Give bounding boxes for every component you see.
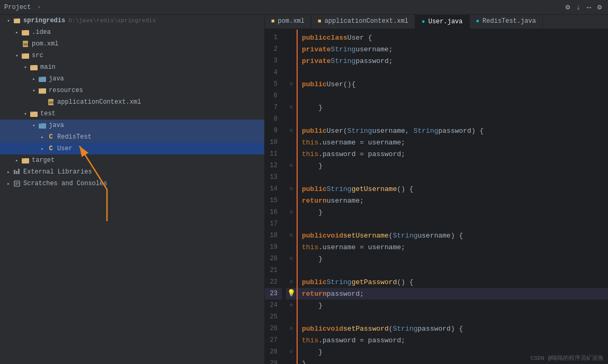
tree-item-java-main[interactable]: java	[0, 73, 264, 85]
tab-user[interactable]: ● User.java	[415, 15, 469, 29]
src-label: src	[32, 52, 43, 59]
arrow-main	[21, 63, 30, 71]
user-icon: C	[47, 144, 55, 153]
resources-label: resources	[49, 87, 83, 94]
svg-rect-19	[39, 123, 41, 124]
svg-rect-21	[22, 158, 24, 159]
tab-appctx-label: applicationContext.xml	[325, 17, 408, 25]
project-tree: springredis D:\java\redis\springredis .i…	[0, 15, 264, 364]
tree-item-redistest[interactable]: C RedisTest	[0, 131, 264, 143]
pom-tab-icon: ■	[271, 18, 275, 24]
arrow-ext-libs	[4, 168, 13, 176]
toolbar-title: Project	[4, 4, 31, 11]
target-folder-icon	[21, 156, 30, 165]
editor-area: ■ pom.xml ■ applicationContext.xml ● Use…	[265, 15, 608, 364]
tree-item-scratches[interactable]: Scratches and Consoles	[0, 178, 264, 189]
tab-redistest[interactable]: ● RedisTest.java	[470, 15, 543, 29]
pom-icon: XML	[21, 40, 30, 48]
main-label: main	[40, 63, 56, 71]
line-numbers: 1234567891011121314151617181920212223242…	[265, 30, 286, 364]
main-folder-icon	[30, 63, 38, 71]
tree-item-pom[interactable]: XML pom.xml	[0, 38, 264, 50]
settings-icon[interactable]: ⚙	[595, 3, 604, 12]
tab-appctx[interactable]: ■ applicationContext.xml	[311, 15, 415, 29]
idea-folder-icon	[21, 28, 30, 37]
arrow-java-main	[30, 75, 38, 83]
java-main-folder-icon	[38, 75, 47, 83]
arrow-resources	[30, 86, 38, 95]
pom-label: pom.xml	[32, 40, 58, 48]
redistest-label: RedisTest	[57, 133, 92, 141]
sync-icon[interactable]: ⚙	[564, 3, 572, 12]
svg-rect-9	[30, 65, 33, 66]
toolbar: Project ▾ ⚙ ↓ ↔ ⚙	[0, 0, 608, 15]
tree-item-ext-libs[interactable]: External Libraries	[0, 166, 264, 178]
tree-item-main[interactable]: main	[0, 61, 264, 73]
main-layout: springredis D:\java\redis\springredis .i…	[0, 15, 608, 364]
test-folder-icon	[30, 110, 38, 118]
ext-libs-label: External Libraries	[23, 168, 92, 176]
arrow-target	[13, 156, 21, 165]
target-label: target	[32, 157, 55, 164]
springredis-label: springredis	[23, 17, 65, 24]
java-test-folder-icon	[38, 121, 47, 130]
tree-item-springredis[interactable]: springredis D:\java\redis\springredis	[0, 15, 264, 26]
collapse-icon[interactable]: ↓	[574, 3, 583, 12]
scratches-label: Scratches and Consoles	[23, 180, 107, 187]
arrow-idea	[13, 28, 21, 37]
svg-rect-1	[14, 19, 16, 20]
tree-item-test[interactable]: test	[0, 108, 264, 120]
arrow-appctx	[38, 98, 47, 106]
resources-folder-icon	[38, 86, 47, 95]
code-editor[interactable]: 1234567891011121314151617181920212223242…	[265, 30, 608, 364]
tree-item-user[interactable]: C User	[0, 143, 264, 154]
arrow-redistest	[38, 133, 47, 141]
redistest-tab-icon: ●	[476, 18, 480, 24]
tree-item-resources[interactable]: resources	[0, 85, 264, 96]
src-folder-icon	[21, 51, 30, 60]
sidebar: springredis D:\java\redis\springredis .i…	[0, 15, 265, 364]
watermark: CSDN @嗡嗡的程序员矿泥鱼	[530, 354, 604, 362]
redistest-icon: C	[47, 133, 55, 141]
expand-icon[interactable]: ↔	[585, 3, 593, 12]
scratches-icon	[13, 179, 21, 188]
java-test-label: java	[49, 122, 64, 129]
arrow-user	[38, 144, 47, 153]
svg-rect-11	[39, 77, 41, 78]
ext-libs-icon	[13, 168, 21, 176]
java-main-label: java	[49, 75, 64, 83]
svg-rect-7	[22, 53, 24, 54]
arrow-java-test	[30, 121, 38, 130]
svg-rect-17	[30, 112, 33, 113]
arrow-src	[13, 51, 21, 60]
svg-text:XML: XML	[23, 43, 29, 47]
arrow-pom	[13, 40, 21, 48]
arrow-scratches	[4, 179, 13, 188]
tree-item-idea[interactable]: .idea	[0, 26, 264, 38]
tree-item-src[interactable]: src	[0, 50, 264, 61]
tab-redistest-label: RedisTest.java	[482, 17, 536, 25]
appctx-tab-icon: ■	[318, 18, 321, 24]
gutter: ◇◇◇◇◇◇◇◇◇💡◇◇◇	[286, 30, 297, 364]
arrow-test	[21, 110, 30, 118]
tree-item-java-test[interactable]: java	[0, 120, 264, 131]
project-icon	[13, 16, 21, 25]
appctx-label: applicationContext.xml	[57, 98, 141, 106]
arrow-springredis	[4, 16, 13, 25]
svg-rect-23	[16, 171, 17, 174]
idea-label: .idea	[32, 29, 51, 36]
code-content[interactable]: public class User { private String usern…	[297, 30, 608, 364]
tree-item-target[interactable]: target	[0, 154, 264, 166]
tab-pom[interactable]: ■ pom.xml	[265, 15, 311, 29]
tab-user-label: User.java	[428, 18, 463, 25]
svg-rect-22	[14, 170, 15, 174]
appctx-icon: XML	[47, 98, 55, 106]
tree-item-appctx[interactable]: XML applicationContext.xml	[0, 96, 264, 108]
test-label: test	[40, 110, 56, 117]
user-label: User	[57, 145, 73, 152]
svg-text:XML: XML	[49, 101, 55, 105]
svg-rect-13	[39, 88, 41, 89]
svg-rect-24	[18, 169, 20, 174]
svg-rect-3	[22, 30, 24, 31]
user-tab-icon: ●	[422, 19, 425, 25]
